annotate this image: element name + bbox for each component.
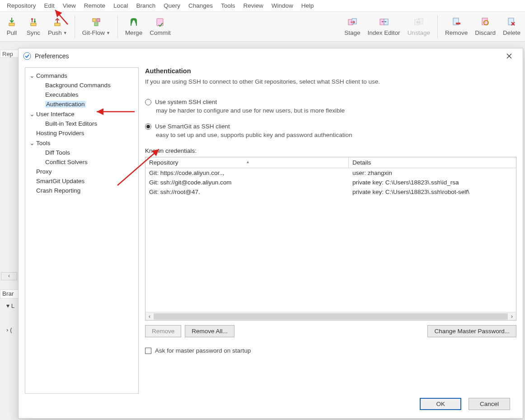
menu-help[interactable]: Help <box>297 1 318 10</box>
menu-review[interactable]: Review <box>239 1 267 10</box>
stage-label: Stage <box>344 29 360 36</box>
tree-crash-reporting[interactable]: Crash Reporting <box>27 186 136 195</box>
radio-smartgit-ssh-label: Use SmartGit as SSH client <box>155 123 230 130</box>
tree-background-commands[interactable]: Background Commands <box>27 80 136 90</box>
unstage-button[interactable]: Unstage <box>404 14 434 37</box>
delete-label: Delete <box>503 29 520 36</box>
tree-builtin-editors[interactable]: Built-in Text Editors <box>27 119 136 128</box>
chevron-down-icon: ⌄ <box>29 72 35 79</box>
sync-button[interactable]: Sync <box>23 14 44 37</box>
remove-credential-button[interactable]: Remove <box>145 325 181 337</box>
remove-label: Remove <box>445 29 468 36</box>
change-master-password-button[interactable]: Change Master Password... <box>427 325 516 337</box>
svg-rect-16 <box>456 23 460 24</box>
unstage-icon <box>413 17 424 28</box>
svg-point-19 <box>23 52 31 60</box>
pull-icon <box>6 17 17 28</box>
index-editor-button[interactable]: Index Editor <box>364 14 404 37</box>
radio-system-ssh[interactable]: Use system SSH client <box>145 99 516 105</box>
table-row[interactable]: Git: ssh://root@47. private key: C:\User… <box>145 187 516 197</box>
tree-conflict-solvers[interactable]: Conflict Solvers <box>27 157 136 167</box>
table-row[interactable]: Git: ssh://git@code.aliyun.com private k… <box>145 178 516 187</box>
content-heading: Authentication <box>145 67 516 75</box>
merge-icon <box>128 17 139 28</box>
pull-button[interactable]: Pull <box>1 14 23 37</box>
menu-repository[interactable]: Repository <box>3 1 40 10</box>
push-button[interactable]: Push▼ <box>44 14 71 37</box>
pull-label: Pull <box>7 29 17 36</box>
col-details[interactable]: Details <box>349 157 516 168</box>
menu-remote[interactable]: Remote <box>80 1 109 10</box>
index-editor-label: Index Editor <box>368 29 400 36</box>
svg-rect-0 <box>9 23 14 26</box>
svg-rect-3 <box>93 19 96 22</box>
dropdown-icon[interactable]: ▼ <box>106 31 110 35</box>
preferences-content: Authentication If you are using SSH to c… <box>145 67 516 412</box>
discard-button[interactable]: Discard <box>471 14 499 37</box>
push-label: Push <box>48 29 62 36</box>
tree-smartgit-updates[interactable]: SmartGit Updates <box>27 176 136 186</box>
bg-row-local: ▾ L <box>6 302 14 309</box>
tree-user-interface[interactable]: ⌄User Interface <box>27 109 136 119</box>
branches-tab[interactable]: Brar <box>0 289 19 298</box>
menu-window[interactable]: Window <box>267 1 297 10</box>
close-button[interactable] <box>500 50 518 62</box>
dropdown-icon[interactable]: ▼ <box>63 31 67 35</box>
menu-edit[interactable]: Edit <box>40 1 59 10</box>
close-icon <box>506 53 512 59</box>
menu-changes[interactable]: Changes <box>184 1 217 10</box>
credentials-table: Repository▴ Details Git: https://code.al… <box>145 157 516 321</box>
merge-button[interactable]: Merge <box>122 14 146 37</box>
horizontal-scrollbar[interactable]: ‹ › <box>145 312 516 320</box>
commit-label: Commit <box>150 29 171 36</box>
stage-button[interactable]: Stage <box>341 14 364 37</box>
gitflow-button[interactable]: Git-Flow▼ <box>79 14 114 37</box>
tree-proxy[interactable]: Proxy <box>27 167 136 176</box>
commit-button[interactable]: Commit <box>146 14 174 37</box>
cancel-button[interactable]: Cancel <box>469 398 510 410</box>
tree-executables[interactable]: Executables <box>27 90 136 99</box>
scroll-left-icon[interactable]: ‹ <box>145 313 154 320</box>
remove-icon <box>451 17 462 28</box>
stage-icon <box>347 17 358 28</box>
tree-commands[interactable]: ⌄Commands <box>27 71 136 80</box>
svg-rect-5 <box>94 23 98 26</box>
chevron-down-icon: ⌄ <box>29 139 35 146</box>
menu-branch[interactable]: Branch <box>132 1 159 10</box>
scroll-left-button[interactable]: ‹ <box>1 272 17 280</box>
push-icon <box>52 17 63 28</box>
menu-local[interactable]: Local <box>109 1 132 10</box>
dialog-title: Preferences <box>35 52 69 60</box>
tree-hosting-providers[interactable]: Hosting Providers <box>27 128 136 138</box>
cell-details: user: zhangxin <box>349 168 516 178</box>
ask-master-password-checkbox[interactable]: Ask for master password on startup <box>145 347 516 354</box>
ask-master-password-label: Ask for master password on startup <box>155 347 251 354</box>
tree-authentication[interactable]: Authentication <box>27 99 136 109</box>
preferences-dialog: Preferences ⌄Commands Background Command… <box>18 48 523 419</box>
scroll-right-icon[interactable]: › <box>508 313 516 320</box>
bg-row-other: › ( <box>6 326 12 333</box>
delete-button[interactable]: Delete <box>499 14 524 37</box>
menu-tools[interactable]: Tools <box>217 1 239 10</box>
preferences-tree[interactable]: ⌄Commands Background Commands Executable… <box>25 67 139 394</box>
menu-view[interactable]: View <box>59 1 80 10</box>
radio-icon <box>145 99 151 105</box>
repositories-tab[interactable]: Rep <box>0 50 19 58</box>
radio-system-ssh-label: Use system SSH client <box>155 99 217 105</box>
menu-query[interactable]: Query <box>159 1 184 10</box>
remove-all-button[interactable]: Remove All... <box>185 325 234 337</box>
ok-button[interactable]: OK <box>420 398 461 410</box>
radio-smartgit-ssh[interactable]: Use SmartGit as SSH client <box>145 123 516 130</box>
tree-tools[interactable]: ⌄Tools <box>27 138 136 148</box>
table-row[interactable]: Git: https://code.aliyun.cor.., user: zh… <box>145 168 516 178</box>
col-repository[interactable]: Repository▴ <box>145 157 349 168</box>
menu-bar: Repository Edit View Remote Local Branch… <box>0 0 525 12</box>
tree-diff-tools[interactable]: Diff Tools <box>27 148 136 157</box>
commit-icon <box>155 17 165 28</box>
svg-point-12 <box>385 21 386 22</box>
remove-button[interactable]: Remove <box>441 14 471 37</box>
svg-rect-2 <box>55 23 60 26</box>
unstage-label: Unstage <box>408 29 430 36</box>
merge-label: Merge <box>125 29 142 36</box>
cell-details: private key: C:\Users\18823\.ssh\robot-s… <box>349 187 516 197</box>
